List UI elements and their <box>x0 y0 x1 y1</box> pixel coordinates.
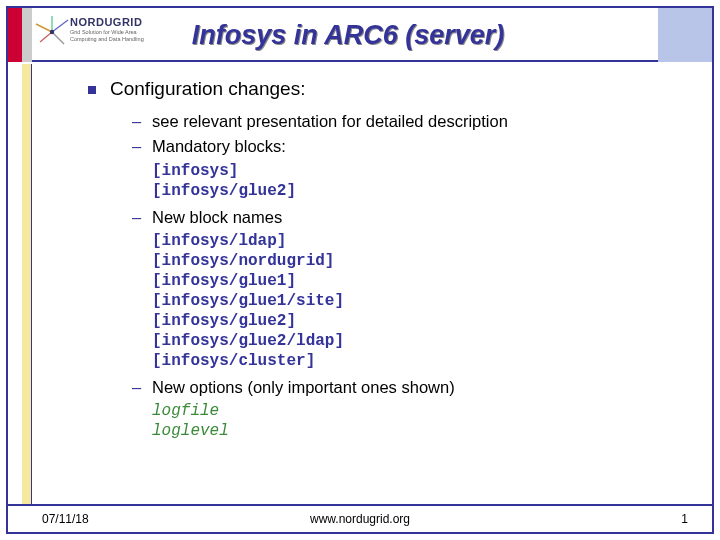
code-line: [infosys/glue2] <box>152 311 702 331</box>
bullet-lvl1-text: Configuration changes: <box>110 78 305 99</box>
footer-url: www.nordugrid.org <box>8 512 712 526</box>
left-stripe-yellow <box>22 64 32 504</box>
code-block: [infosys] [infosys/glue2] <box>152 161 702 201</box>
slide-footer: 07/11/18 www.nordugrid.org 1 <box>8 504 712 532</box>
content: Configuration changes: see relevant pres… <box>48 78 702 504</box>
bullet-lvl2: New block names <box>132 206 702 228</box>
option-line: loglevel <box>152 421 702 441</box>
slide-title: Infosys in ARC6 (server) <box>192 20 505 51</box>
bullet-lvl2-text: Mandatory blocks: <box>152 137 286 155</box>
footer-date: 07/11/18 <box>42 512 89 526</box>
code-line: [infosys/glue1] <box>152 271 702 291</box>
bullet-lvl1: Configuration changes: <box>76 78 702 100</box>
slide-header: NORDUGRID Grid Solution for Wide Area Co… <box>8 8 712 62</box>
slide-title-wrap: Infosys in ARC6 (server) <box>8 8 658 62</box>
option-block: logfile loglevel <box>152 401 702 441</box>
code-line: [infosys/ldap] <box>152 231 702 251</box>
code-block: [infosys/ldap] [infosys/nordugrid] [info… <box>152 231 702 371</box>
slide-body: Configuration changes: see relevant pres… <box>8 64 712 504</box>
left-stripe-white <box>8 64 22 504</box>
code-line: [infosys/cluster] <box>152 351 702 371</box>
code-line: [infosys] <box>152 161 702 181</box>
code-line: [infosys/glue2/ldap] <box>152 331 702 351</box>
bullet-lvl2: New options (only important ones shown) <box>132 376 702 398</box>
bullet-lvl2: Mandatory blocks: <box>132 135 702 157</box>
header-accent-blue <box>658 8 712 62</box>
bullet-lvl2: see relevant presentation for detailed d… <box>132 110 702 132</box>
frame-border-bottom <box>6 532 714 534</box>
bullet-lvl2-text: New options (only important ones shown) <box>152 378 455 396</box>
code-line: [infosys/glue2] <box>152 181 702 201</box>
code-line: [infosys/glue1/site] <box>152 291 702 311</box>
option-line: logfile <box>152 401 702 421</box>
frame-border-right <box>712 6 714 534</box>
bullet-lvl2-text: New block names <box>152 208 282 226</box>
footer-page: 1 <box>681 512 688 526</box>
code-line: [infosys/nordugrid] <box>152 251 702 271</box>
bullet-lvl2-text: see relevant presentation for detailed d… <box>152 112 508 130</box>
